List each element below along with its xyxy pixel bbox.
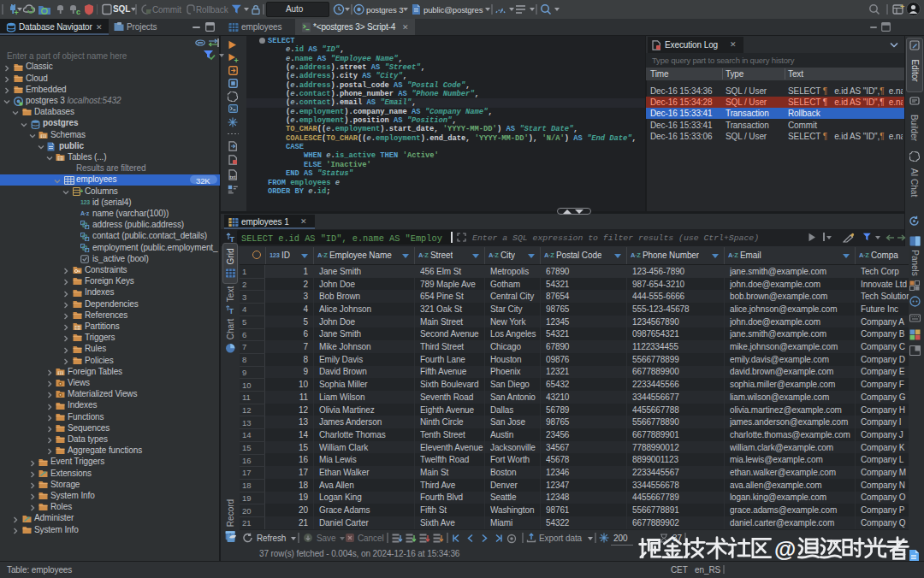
svg-text:T: T: [230, 235, 235, 243]
svg-text:txt: txt: [230, 174, 236, 180]
svg-text:c: c: [76, 8, 80, 15]
svg-text:T: T: [229, 307, 234, 316]
svg-text:+: +: [80, 188, 84, 194]
svg-text:+: +: [900, 3, 904, 11]
svg-text:+: +: [234, 56, 239, 64]
